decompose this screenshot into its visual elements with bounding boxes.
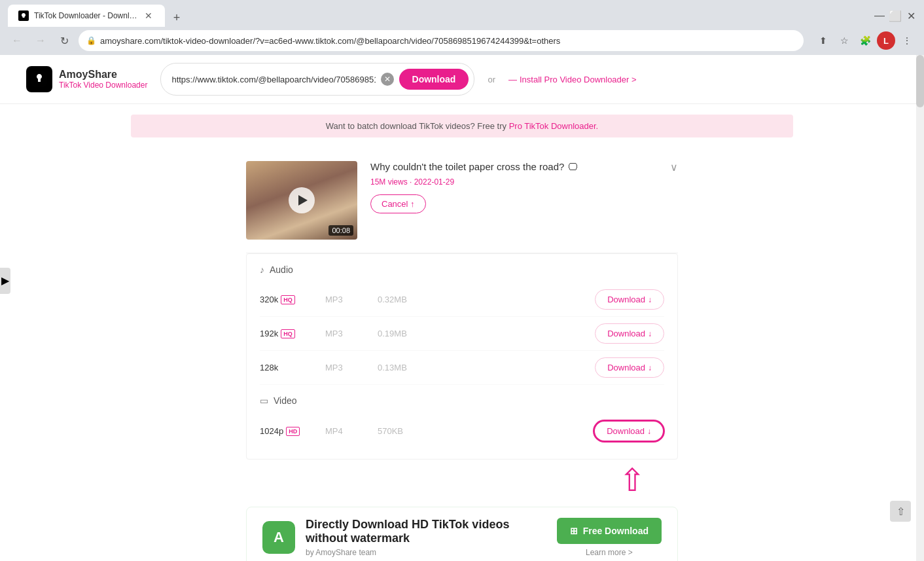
video-search-bar[interactable]: ✕ Download: [160, 63, 474, 96]
maximize-button[interactable]: ⬜: [890, 10, 900, 21]
close-window-button[interactable]: ✕: [906, 10, 916, 21]
forward-button[interactable]: →: [31, 31, 50, 50]
learn-more-link[interactable]: Learn more >: [586, 548, 633, 557]
download-button-320k[interactable]: Download ↓: [595, 289, 664, 310]
video-icon: ▭: [260, 395, 268, 406]
anyvid-logo: A: [262, 521, 295, 554]
video-duration: 00:08: [329, 225, 353, 236]
quality-192k: 192k HQ: [260, 329, 325, 338]
audio-row-320k: 320k HQ MP3 0.32MB Download ↓: [260, 283, 664, 317]
size-570kb: 570KB: [378, 426, 594, 436]
logo-icon: [26, 66, 52, 92]
up-arrow-icon: ⇧: [619, 465, 645, 496]
back-button[interactable]: ←: [8, 31, 26, 50]
download-button-128k[interactable]: Download ↓: [595, 357, 664, 378]
collapse-icon[interactable]: ∨: [670, 161, 678, 173]
hq-badge: HQ: [281, 295, 295, 304]
hq-badge-192k: HQ: [281, 329, 295, 338]
url-text: amoyshare.com/tiktok-video-downloader/?v…: [100, 36, 796, 46]
extensions-icon[interactable]: 🧩: [856, 31, 874, 50]
pro-icon: —: [508, 75, 517, 84]
pro-downloader-link[interactable]: Pro TikTok Downloader.: [509, 121, 599, 131]
format-mp3-3: MP3: [325, 363, 378, 372]
scrollbar[interactable]: [916, 55, 924, 561]
audio-icon: ♪: [260, 264, 264, 275]
download-options: ♪ Audio 320k HQ MP3 0.32MB Download ↓ 19…: [246, 253, 678, 460]
play-icon: [298, 195, 308, 206]
promo-banner: Want to batch download TikTok videos? Fr…: [131, 115, 793, 137]
windows-icon: ⊞: [570, 526, 578, 536]
audio-row-128k: 128k MP3 0.13MB Download ↓: [260, 351, 664, 385]
size-0.19mb: 0.19MB: [378, 329, 595, 338]
video-thumbnail[interactable]: 00:08: [246, 161, 357, 240]
ad-banner: A Directly Download HD TikTok videos wit…: [246, 507, 678, 561]
logo-area: AmoyShare TikTok Video Downloader: [26, 66, 147, 92]
tab-close-button[interactable]: ✕: [143, 10, 154, 22]
video-row-1024p: 1024p HD MP4 570KB Download ↓: [260, 414, 664, 448]
sidebar-toggle[interactable]: ▶: [0, 268, 10, 294]
quality-320k: 320k HQ: [260, 295, 325, 304]
clipboard-icon: 🖵: [568, 161, 578, 172]
quality-128k: 128k: [260, 363, 325, 372]
size-0.32mb: 0.32MB: [378, 295, 595, 304]
install-pro-link[interactable]: — Install Pro Video Downloader >: [508, 75, 637, 84]
site-name: AmoyShare: [59, 69, 147, 81]
user-avatar[interactable]: L: [877, 31, 895, 50]
download-button-1024p[interactable]: Download ↓: [594, 420, 664, 442]
format-mp4: MP4: [325, 426, 378, 436]
tab-favicon: [18, 10, 29, 21]
share-icon[interactable]: ⬆: [814, 31, 832, 50]
audio-row-192k: 192k HQ MP3 0.19MB Download ↓: [260, 317, 664, 351]
or-separator: or: [488, 75, 495, 84]
format-mp3-2: MP3: [325, 329, 378, 338]
browser-tab[interactable]: TikTok Downloader - Download ✕: [8, 5, 165, 27]
arrow-indicator: ⇧: [246, 465, 678, 496]
search-input[interactable]: [171, 75, 375, 84]
refresh-button[interactable]: ↻: [55, 31, 73, 50]
download-button-192k[interactable]: Download ↓: [595, 323, 664, 344]
audio-section-title: ♪ Audio: [260, 264, 664, 275]
new-tab-button[interactable]: +: [168, 9, 186, 27]
tab-title: TikTok Downloader - Download: [34, 11, 137, 20]
url-bar[interactable]: 🔒 amoyshare.com/tiktok-video-downloader/…: [79, 30, 804, 51]
video-title: Why couldn't the toilet paper cross the …: [370, 161, 657, 172]
ad-title: Directly Download HD TikTok videos witho…: [306, 518, 546, 545]
size-0.13mb: 0.13MB: [378, 363, 595, 372]
quality-1024p: 1024p HD: [260, 426, 325, 436]
bookmark-icon[interactable]: ☆: [835, 31, 853, 50]
back-to-top-button[interactable]: ⇧: [890, 501, 911, 522]
logo-text: AmoyShare TikTok Video Downloader: [59, 69, 147, 90]
minimize-button[interactable]: —: [874, 10, 885, 21]
scrollbar-thumb[interactable]: [916, 55, 924, 107]
video-info: Why couldn't the toilet paper cross the …: [370, 161, 657, 213]
menu-icon[interactable]: ⋮: [898, 31, 916, 50]
ad-text-area: Directly Download HD TikTok videos witho…: [306, 518, 546, 557]
header-download-button[interactable]: Download: [399, 69, 469, 90]
ad-action-area: ⊞ Free Download Learn more >: [557, 518, 662, 557]
video-meta: 15M views · 2022-01-29: [370, 177, 657, 187]
security-lock-icon: 🔒: [86, 36, 96, 45]
site-subtitle: TikTok Video Downloader: [59, 81, 147, 90]
free-download-button[interactable]: ⊞ Free Download: [557, 518, 662, 544]
site-header: AmoyShare TikTok Video Downloader ✕ Down…: [0, 55, 924, 104]
video-controls: Cancel ↑: [370, 194, 657, 213]
ad-by: by AmoyShare team: [306, 548, 546, 557]
clear-search-button[interactable]: ✕: [381, 73, 394, 86]
play-button[interactable]: [289, 187, 315, 213]
video-section-title: ▭ Video: [260, 395, 664, 406]
video-card: 00:08 Why couldn't the toilet paper cros…: [246, 148, 678, 253]
format-mp3-1: MP3: [325, 295, 378, 304]
cancel-button[interactable]: Cancel ↑: [370, 194, 426, 213]
hd-badge: HD: [286, 427, 300, 436]
